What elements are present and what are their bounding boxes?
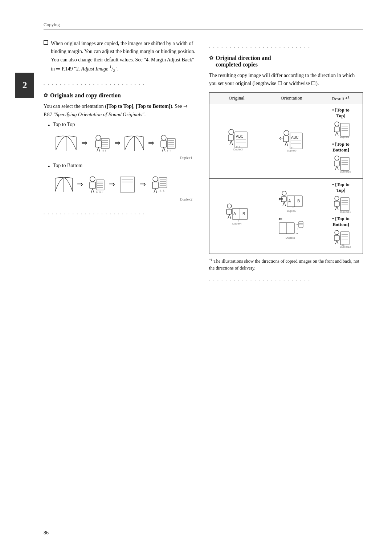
check-box-icon: [44, 40, 48, 45]
svg-rect-2: [95, 141, 101, 147]
left-column: When original images are copied, the ima…: [44, 40, 196, 288]
svg-line-14: [162, 147, 164, 151]
section2-body: The resulting copy image will differ acc…: [209, 72, 363, 88]
svg-line-89: [229, 214, 231, 219]
svg-rect-118: [334, 201, 339, 206]
right-column: • • • • • • • • • • • • • • • • • • • • …: [209, 40, 363, 288]
duplex5-fig: ABC ↑↑↑ ⇐ Duplex5: [278, 129, 305, 152]
result-label-2a: • [Top toTop]: [321, 182, 360, 193]
svg-line-88: [228, 214, 229, 219]
svg-text:Duplex11: Duplex11: [340, 211, 351, 213]
svg-text:Duplex10: Duplex10: [340, 170, 351, 173]
orientation-cell-1: ABC ↑↑↑ ⇐ Duplex5: [264, 104, 319, 179]
col-original: Original: [209, 92, 264, 104]
diagram-top-to-top: ⇒ ↑↑↑ ⇒: [54, 133, 196, 160]
svg-text:↑: ↑: [292, 206, 294, 210]
orientation-cell-2: A B ↑ ⇐ Duplex7: [264, 179, 319, 254]
divider-2: • • • • • • • • • • • • • • • • • • • • …: [44, 212, 196, 216]
svg-text:⇐: ⇐: [278, 218, 282, 222]
intro-bullet: When original images are copied, the ima…: [44, 40, 196, 77]
svg-rect-127: [334, 235, 339, 240]
svg-rect-16: [167, 138, 175, 149]
duplex2-fig1: [54, 175, 74, 194]
footnote: *1 The illustrations show the directions…: [209, 258, 363, 272]
sun-icon-2: ✿: [209, 55, 213, 61]
duplex12-fig: ↓↓↓↓ Duplex12: [331, 229, 351, 248]
arrow-right-5: ⇒: [109, 180, 115, 189]
duplex10-fig: ↓↓↓↓ Duplex10: [331, 154, 351, 173]
page-number: 86: [44, 530, 49, 536]
duplex9-fig: Duplex9: [331, 120, 351, 138]
svg-rect-80: [340, 157, 349, 170]
svg-point-76: [335, 156, 339, 160]
svg-line-25: [91, 189, 93, 193]
svg-rect-37: [152, 182, 158, 189]
svg-line-38: [154, 189, 155, 193]
page-header: Copying: [44, 22, 363, 29]
svg-text:Duplex7: Duplex7: [287, 210, 297, 213]
svg-text:→: →: [295, 227, 298, 231]
bullet-top-to-bottom: Top to Bottom: [48, 163, 196, 171]
original-cell-1: ABC ↑↑↑ Duplex3: [209, 104, 264, 179]
svg-rect-24: [90, 182, 95, 189]
orientation-table: Original Orientation Result *1: [209, 92, 363, 254]
svg-text:↑: ↑: [237, 219, 239, 222]
svg-point-86: [227, 204, 232, 208]
result-cell-1: • [Top toTop]: [319, 104, 363, 179]
svg-line-128: [335, 240, 337, 244]
svg-line-98: [283, 202, 284, 206]
svg-rect-27: [96, 180, 104, 190]
svg-text:Duplex4: Duplex4: [232, 222, 242, 225]
svg-point-56: [284, 130, 289, 136]
duplex8-fig: → → → Duplex8 ⇐: [278, 218, 305, 241]
content-area: When original images are copied, the ima…: [44, 40, 363, 288]
arrow-right-3: ⇒: [148, 138, 154, 147]
svg-rect-40: [159, 178, 167, 188]
section1-title: ✿ Originals and copy direction: [44, 92, 196, 99]
svg-point-36: [153, 177, 158, 182]
result-label-1a: • [Top toTop]: [321, 107, 360, 119]
divider-right-top: • • • • • • • • • • • • • • • • • • • • …: [209, 45, 363, 49]
svg-line-15: [164, 147, 165, 151]
svg-line-129: [337, 240, 338, 244]
svg-text:↓↓↓↓↓: ↓↓↓↓↓: [158, 189, 166, 192]
duplex1-fig3: [123, 133, 145, 152]
footnote-marker: *1: [209, 258, 212, 262]
svg-text:Duplex12: Duplex12: [340, 246, 351, 248]
divider-1: • • • • • • • • • • • • • • • • • • • • …: [44, 83, 196, 86]
arrow-right-4: ⇒: [77, 180, 83, 189]
svg-rect-121: [340, 198, 349, 211]
svg-point-12: [161, 135, 166, 140]
duplex2-fig4: ↓↓↓↓↓: [149, 175, 169, 194]
svg-line-3: [97, 147, 98, 151]
divider-right-bottom: • • • • • • • • • • • • • • • • • • • • …: [209, 278, 363, 282]
svg-text:A: A: [288, 199, 291, 203]
svg-line-59: [286, 142, 288, 146]
duplex7-fig: A B ↑ ⇐ Duplex7: [278, 190, 305, 213]
svg-text:ABC: ABC: [291, 136, 299, 139]
svg-point-117: [335, 196, 339, 201]
svg-rect-77: [334, 161, 339, 166]
svg-line-78: [335, 166, 337, 170]
svg-rect-57: [283, 136, 289, 142]
svg-line-49: [231, 141, 233, 145]
table-row-1: ABC ↑↑↑ Duplex3: [209, 104, 363, 179]
duplex1-label: Duplex1: [54, 156, 196, 160]
duplex11-fig: Duplex11: [331, 195, 351, 213]
svg-text:Duplex5: Duplex5: [287, 149, 297, 152]
svg-rect-71: [340, 123, 349, 136]
bullet-top-to-top: Top to Top: [48, 122, 196, 130]
duplex1-fig4: ↑↑↑: [157, 133, 177, 152]
svg-line-26: [93, 189, 94, 193]
header-label: Copying: [44, 22, 60, 27]
duplex1-fig1: [54, 133, 78, 152]
svg-line-70: [337, 132, 338, 136]
col-result: Result *1: [319, 92, 363, 104]
svg-text:↑↑↑: ↑↑↑: [167, 149, 172, 152]
col-orientation: Orientation: [264, 92, 319, 104]
svg-text:↓↓↓↓↓: ↓↓↓↓↓: [95, 190, 103, 194]
svg-line-120: [337, 206, 338, 210]
svg-text:⇐: ⇐: [278, 196, 283, 202]
svg-text:→: →: [295, 231, 298, 235]
result-label-1b: • [Top toBottom]: [321, 141, 360, 153]
